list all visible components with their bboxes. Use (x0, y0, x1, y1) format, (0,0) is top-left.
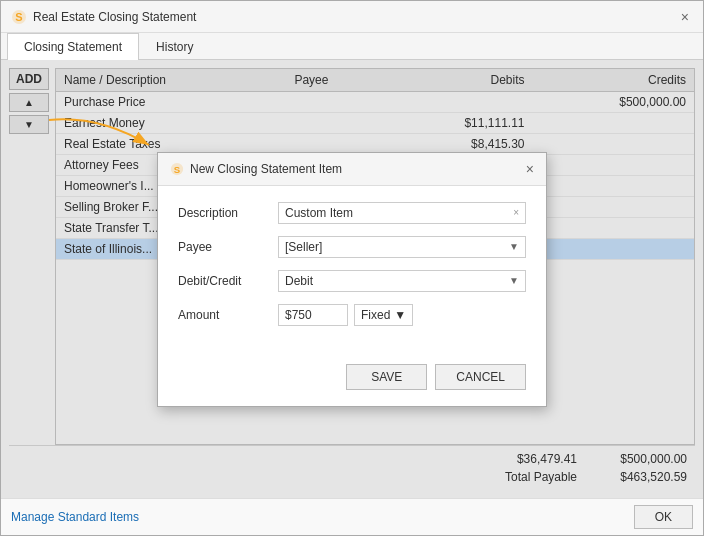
window-close-button[interactable]: × (677, 7, 693, 27)
payee-value: [Seller] (285, 240, 322, 254)
modal-body: Description × Payee [Seller] ▼ (158, 186, 546, 354)
amount-type-select[interactable]: Fixed ▼ (354, 304, 413, 326)
clear-description-icon[interactable]: × (513, 207, 519, 218)
payee-label: Payee (178, 240, 268, 254)
bottom-bar: Manage Standard Items OK (1, 498, 703, 535)
modal-app-icon: S (170, 162, 184, 176)
tab-bar: Closing Statement History (1, 33, 703, 60)
modal-footer: SAVE CANCEL (158, 354, 546, 406)
manage-standard-items-link[interactable]: Manage Standard Items (11, 510, 139, 524)
amount-input[interactable] (278, 304, 348, 326)
tab-closing-statement[interactable]: Closing Statement (7, 33, 139, 60)
ok-button[interactable]: OK (634, 505, 693, 529)
title-bar-left: S Real Estate Closing Statement (11, 9, 196, 25)
modal-overlay: S New Closing Statement Item × Descripti… (1, 60, 703, 498)
modal-title-bar: S New Closing Statement Item × (158, 153, 546, 186)
modal-title: New Closing Statement Item (190, 162, 342, 176)
cancel-button[interactable]: CANCEL (435, 364, 526, 390)
save-button[interactable]: SAVE (346, 364, 427, 390)
amount-row: Amount Fixed ▼ (178, 304, 526, 326)
app-icon: S (11, 9, 27, 25)
amount-type-value: Fixed (361, 308, 390, 322)
description-label: Description (178, 206, 268, 220)
debit-credit-select[interactable]: Debit ▼ (278, 270, 526, 292)
modal-close-button[interactable]: × (526, 161, 534, 177)
title-bar: S Real Estate Closing Statement × (1, 1, 703, 33)
amount-type-arrow: ▼ (394, 308, 406, 322)
payee-dropdown-arrow: ▼ (509, 241, 519, 252)
payee-select[interactable]: [Seller] ▼ (278, 236, 526, 258)
arrow-pointer (39, 110, 169, 160)
svg-text:S: S (174, 163, 181, 174)
description-input-wrapper: × (278, 202, 526, 224)
debit-credit-value: Debit (285, 274, 313, 288)
payee-row: Payee [Seller] ▼ (178, 236, 526, 258)
description-input[interactable] (285, 206, 513, 220)
amount-label: Amount (178, 308, 268, 322)
new-item-modal: S New Closing Statement Item × Descripti… (157, 152, 547, 407)
content-area: ADD ▲ ▼ Name / Description Payee Debits … (1, 60, 703, 498)
debit-credit-row: Debit/Credit Debit ▼ (178, 270, 526, 292)
main-window: S Real Estate Closing Statement × Closin… (0, 0, 704, 536)
debit-credit-label: Debit/Credit (178, 274, 268, 288)
amount-input-group: Fixed ▼ (278, 304, 526, 326)
description-row: Description × (178, 202, 526, 224)
modal-title-left: S New Closing Statement Item (170, 162, 342, 176)
window-title: Real Estate Closing Statement (33, 10, 196, 24)
tab-history[interactable]: History (139, 33, 210, 60)
debit-credit-dropdown-arrow: ▼ (509, 275, 519, 286)
svg-text:S: S (15, 11, 22, 23)
